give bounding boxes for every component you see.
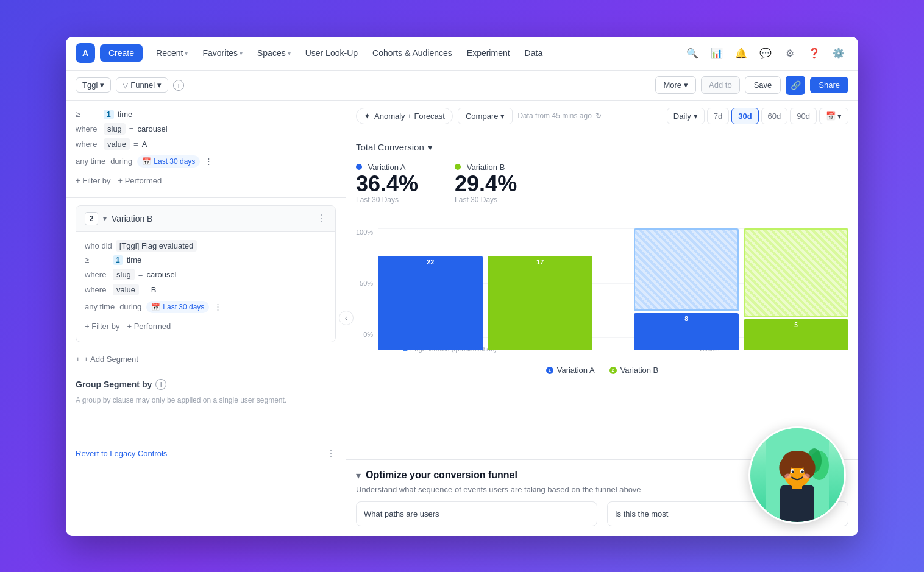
bell-icon-button[interactable]: 🔔 [731, 43, 751, 63]
sparkle-icon: ✦ [364, 111, 371, 121]
app-window: A Create Recent ▾ Favorites ▾ Spaces ▾ U… [66, 37, 858, 536]
add-to-button[interactable]: Add to [701, 76, 740, 94]
left-panel: ≥ 1 time where slug = carousel where val… [66, 101, 346, 536]
chevron-down-icon: ▾ [684, 80, 688, 90]
segment2-performed-link[interactable]: + Performed [127, 322, 171, 331]
variation-b-sub: Last 30 Days [455, 196, 517, 204]
bar-actual-a-2: 8 [634, 313, 739, 350]
segment2-filter-row: + Filter by + Performed [85, 317, 327, 336]
variation-a-sub: Last 30 Days [356, 196, 418, 204]
chevron-down-icon: ▾ [694, 111, 698, 121]
bar-forecast-a-1 [634, 228, 739, 311]
svg-point-12 [801, 470, 804, 473]
nav-item-recent[interactable]: Recent ▾ [150, 44, 194, 62]
link-icon-button[interactable]: 🔗 [786, 76, 805, 95]
segment2-where-value: where value = B [85, 282, 327, 297]
segment2-who-did: who did [Tggl] Flag evaluated [85, 238, 327, 253]
metric-dropdown[interactable]: Total Conversion ▾ [356, 142, 433, 153]
legend-variation-a: 1 Variation A [546, 365, 595, 375]
segment2-time-row: any time during 📅 Last 30 days ⋮ [85, 297, 327, 317]
top-nav: A Create Recent ▾ Favorites ▾ Spaces ▾ U… [66, 37, 858, 71]
chevron-down-icon: ▾ [500, 111, 505, 121]
date-range-pill[interactable]: 📅 Last 30 days [137, 155, 200, 168]
refresh-icon[interactable]: ↻ [595, 111, 602, 120]
tag-selector[interactable]: Tggl ▾ [76, 77, 111, 93]
revert-button[interactable]: Revert to Legacy Controls [76, 449, 167, 458]
gear-icon-button[interactable]: ⚙️ [829, 43, 848, 63]
chart-area: Total Conversion ▾ Variation A 36.4% Las… [346, 132, 858, 459]
segment2-date-pill[interactable]: 📅 Last 30 days [146, 301, 209, 313]
nav-item-favorites[interactable]: Favorites ▾ [196, 44, 249, 62]
30d-button[interactable]: 30d [731, 108, 758, 124]
share-button[interactable]: Share [810, 77, 848, 93]
add-segment-button[interactable]: + + Add Segment [66, 350, 346, 369]
segment2-header: 2 ▾ Variation B ⋮ [76, 206, 335, 232]
daily-dropdown[interactable]: Daily ▾ [667, 108, 705, 124]
save-button[interactable]: Save [745, 76, 781, 94]
segment2-where-slug: where slug = carousel [85, 267, 327, 282]
settings-alt-icon-button[interactable]: ⚙ [780, 43, 800, 63]
optimize-chevron-icon[interactable]: ▾ [356, 470, 361, 481]
info-icon[interactable]: i [173, 80, 184, 91]
bar-group-2a: 8 [634, 228, 739, 350]
bar-variation-a-1: 22 [378, 256, 483, 350]
collapse-panel-button[interactable]: ‹ [339, 311, 354, 325]
segment2-filter-link[interactable]: + Filter by [85, 322, 119, 331]
anomaly-forecast-button[interactable]: ✦ Anomaly + Forecast [356, 108, 453, 124]
svg-point-14 [803, 473, 810, 478]
segment2-count-row: ≥ 1 time [85, 253, 327, 267]
nav-item-data[interactable]: Data [519, 44, 549, 62]
y-axis: 100% 50% 0% [356, 228, 373, 350]
svg-point-13 [784, 473, 791, 478]
nav-item-userlookup[interactable]: User Look-Up [299, 44, 364, 62]
segment1-where-slug: where slug = carousel [76, 121, 336, 136]
variants-stats-row: Variation A 36.4% Last 30 Days Variation… [356, 163, 848, 205]
bottom-menu-icon[interactable]: ⋮ [326, 448, 336, 459]
plus-icon: + [76, 355, 80, 364]
chart-inner: 22 17 [378, 228, 848, 350]
nav-item-experiment[interactable]: Experiment [461, 44, 516, 62]
chart-icon-button[interactable]: 📊 [707, 43, 727, 63]
variation-a-pct: 36.4% [356, 172, 418, 196]
60d-button[interactable]: 60d [761, 108, 788, 124]
segment2-number: 2 [85, 212, 98, 225]
nav-item-spaces[interactable]: Spaces ▾ [251, 44, 297, 62]
variation-b-dot [455, 164, 461, 170]
calendar-button[interactable]: 📅 ▾ [819, 108, 848, 124]
bar-forecast-b-1 [744, 228, 848, 317]
chevron-down-icon: ▾ [428, 142, 433, 153]
bar-actual-b-2: 5 [744, 319, 848, 350]
variation-b-pct: 29.4% [455, 172, 517, 196]
chat-icon-button[interactable]: 💬 [756, 43, 775, 63]
video-face [750, 428, 844, 522]
help-icon-button[interactable]: ❓ [805, 43, 824, 63]
segment1-filter-row: + Filter by + Performed [76, 171, 336, 190]
segment2-chevron-icon[interactable]: ▾ [103, 214, 107, 223]
right-panel: ✦ Anomaly + Forecast Compare ▾ Data from… [346, 101, 858, 536]
performed-link[interactable]: + Performed [118, 176, 162, 185]
variant-a-stat: Variation A 36.4% Last 30 Days [356, 163, 418, 205]
variant-b-stat: Variation B 29.4% Last 30 Days [455, 163, 517, 205]
segment1-count-row: ≥ 1 time [76, 108, 336, 121]
nav-item-cohorts[interactable]: Cohorts & Audiences [366, 44, 458, 62]
create-button[interactable]: Create [100, 44, 143, 62]
segment2-card: 2 ▾ Variation B ⋮ who did [Tggl] Flag ev… [76, 205, 336, 342]
compare-button[interactable]: Compare ▾ [458, 108, 513, 124]
group-info-icon[interactable]: i [155, 379, 166, 390]
group-segment-title: Group Segment by i [76, 379, 336, 390]
optimize-card-1[interactable]: What paths are users [356, 501, 597, 526]
svg-rect-3 [780, 485, 814, 522]
filter-by-link[interactable]: + Filter by [76, 176, 110, 185]
segment2-menu-icon[interactable]: ⋮ [317, 213, 327, 224]
logo-button[interactable]: A [76, 43, 95, 63]
search-icon-button[interactable]: 🔍 [683, 43, 702, 63]
legend-row: 1 Variation A 2 Variation B [356, 358, 848, 382]
chevron-down-icon: ▾ [837, 111, 842, 121]
nav-icons: 🔍 📊 🔔 💬 ⚙ ❓ ⚙️ [683, 43, 848, 63]
group-segment-desc: A group by clause may only be applied on… [76, 395, 336, 406]
funnel-selector[interactable]: ▽ Funnel ▾ [116, 77, 168, 93]
7d-button[interactable]: 7d [707, 108, 729, 124]
90d-button[interactable]: 90d [790, 108, 817, 124]
segment1-section: ≥ 1 time where slug = carousel where val… [66, 101, 346, 198]
more-button[interactable]: More ▾ [655, 76, 696, 94]
